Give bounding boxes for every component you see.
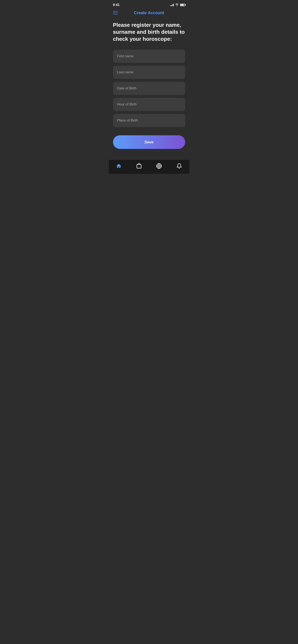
battery-icon	[180, 4, 185, 6]
status-bar: 9:41	[109, 0, 189, 9]
status-icons	[170, 3, 185, 7]
form-subtitle: Please register your name, surname and b…	[113, 22, 185, 42]
page-title: Create Account	[134, 10, 164, 15]
signal-icon	[170, 4, 174, 6]
main-content: Please register your name, surname and b…	[109, 18, 189, 160]
svg-rect-0	[137, 164, 141, 168]
last-name-input[interactable]	[113, 66, 185, 79]
nav-bell[interactable]	[176, 163, 182, 169]
bag-icon	[136, 163, 142, 169]
menu-button[interactable]	[113, 11, 118, 14]
bell-icon	[176, 163, 182, 169]
nav-shop[interactable]	[136, 163, 142, 169]
first-name-input[interactable]	[113, 50, 185, 63]
wifi-icon	[175, 3, 179, 7]
date-of-birth-input[interactable]	[113, 82, 185, 95]
header: Create Account	[109, 9, 189, 18]
save-button[interactable]: Save	[113, 135, 185, 149]
place-of-birth-input[interactable]	[113, 114, 185, 127]
phone-screen: 9:41 Create Account	[109, 0, 189, 174]
home-icon	[116, 163, 122, 169]
nav-home[interactable]	[116, 163, 122, 169]
hour-of-birth-input[interactable]	[113, 98, 185, 111]
status-time: 9:41	[113, 3, 120, 7]
globe-icon	[156, 163, 162, 169]
bottom-navigation	[109, 160, 189, 174]
nav-globe[interactable]	[156, 163, 162, 169]
form-fields	[113, 50, 185, 127]
